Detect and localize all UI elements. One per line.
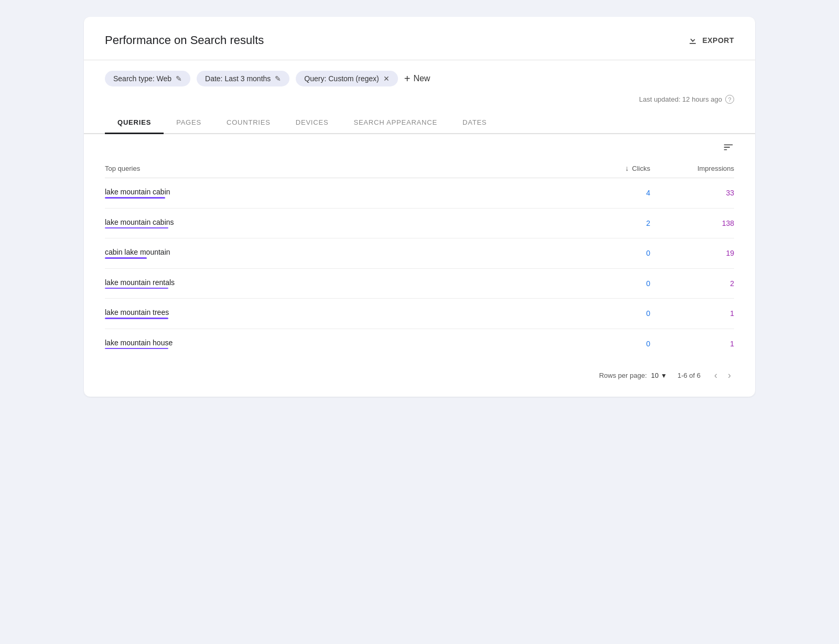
impressions-cell: 19 <box>650 249 734 257</box>
tab-dates[interactable]: DATES <box>450 112 499 134</box>
impressions-cell: 1 <box>650 340 734 348</box>
impressions-cell: 33 <box>650 189 734 197</box>
clicks-cell: 0 <box>566 249 650 257</box>
last-updated: Last updated: 12 hours ago ? <box>105 91 734 112</box>
query-underline <box>105 197 165 199</box>
query-text: lake mountain house <box>105 339 173 350</box>
close-icon[interactable]: ✕ <box>383 74 390 83</box>
impressions-cell: 138 <box>650 219 734 227</box>
sort-down-arrow: ↓ <box>625 164 629 172</box>
query-text: cabin lake mountain <box>105 248 170 259</box>
next-page-button[interactable]: › <box>725 369 734 382</box>
page-nav: ‹ › <box>711 369 734 382</box>
col-query-header: Top queries <box>105 165 566 172</box>
filter-columns-icon <box>723 141 734 153</box>
plus-icon: + <box>404 73 411 85</box>
clicks-cell: 2 <box>566 219 650 227</box>
table-row[interactable]: cabin lake mountain 0 19 <box>105 238 734 269</box>
page-title: Performance on Search results <box>105 34 264 47</box>
chevron-down-icon: ▼ <box>661 372 667 379</box>
download-icon <box>687 35 698 46</box>
rows-per-page: Rows per page: 10 ▼ <box>599 372 666 379</box>
query-text: lake mountain trees <box>105 308 169 319</box>
table-row[interactable]: lake mountain house 0 1 <box>105 329 734 359</box>
search-type-filter[interactable]: Search type: Web ✎ <box>105 71 190 86</box>
query-underline <box>105 257 147 259</box>
rows-per-page-select[interactable]: 10 ▼ <box>651 372 667 379</box>
column-filter-button[interactable] <box>723 141 734 156</box>
clicks-cell: 0 <box>566 309 650 318</box>
query-cell: cabin lake mountain <box>105 248 566 259</box>
tab-pages[interactable]: PAGES <box>164 112 214 134</box>
tab-queries[interactable]: QUERIES <box>105 112 164 134</box>
impressions-cell: 1 <box>650 309 734 318</box>
prev-page-button[interactable]: ‹ <box>711 369 720 382</box>
page-info: 1-6 of 6 <box>677 372 701 379</box>
pagination-row: Rows per page: 10 ▼ 1-6 of 6 ‹ › <box>105 358 734 384</box>
info-icon[interactable]: ? <box>725 95 734 104</box>
clicks-cell: 0 <box>566 279 650 288</box>
query-cell: lake mountain trees <box>105 308 566 319</box>
query-underline <box>105 348 168 350</box>
query-cell: lake mountain cabins <box>105 218 566 229</box>
query-text: lake mountain cabin <box>105 188 170 199</box>
filter-icon-row <box>105 134 734 159</box>
col-clicks-header[interactable]: ↓ Clicks <box>566 164 650 172</box>
filters-row: Search type: Web ✎ Date: Last 3 months ✎… <box>105 60 734 91</box>
query-underline <box>105 318 168 319</box>
table-row[interactable]: lake mountain cabin 4 33 <box>105 178 734 209</box>
clicks-cell: 0 <box>566 340 650 348</box>
query-underline <box>105 227 168 229</box>
tab-devices[interactable]: DEVICES <box>283 112 341 134</box>
table-body: lake mountain cabin 4 33 lake mountain c… <box>105 178 734 358</box>
query-text: lake mountain rentals <box>105 278 175 289</box>
clicks-cell: 4 <box>566 189 650 197</box>
query-cell: lake mountain rentals <box>105 278 566 289</box>
query-cell: lake mountain house <box>105 339 566 350</box>
query-text: lake mountain cabins <box>105 218 174 229</box>
tabs-row: QUERIES PAGES COUNTRIES DEVICES SEARCH A… <box>84 112 755 134</box>
date-filter[interactable]: Date: Last 3 months ✎ <box>197 71 289 86</box>
table-row[interactable]: lake mountain cabins 2 138 <box>105 209 734 239</box>
table-row[interactable]: lake mountain rentals 0 2 <box>105 269 734 299</box>
pencil-icon: ✎ <box>275 74 281 83</box>
query-cell: lake mountain cabin <box>105 188 566 199</box>
table-row[interactable]: lake mountain trees 0 1 <box>105 299 734 329</box>
export-button[interactable]: EXPORT <box>687 35 734 46</box>
pencil-icon: ✎ <box>176 74 182 83</box>
table-header: Top queries ↓ Clicks Impressions <box>105 159 734 178</box>
query-underline <box>105 288 168 289</box>
tab-search-appearance[interactable]: SEARCH APPEARANCE <box>341 112 450 134</box>
query-filter[interactable]: Query: Custom (regex) ✕ <box>296 71 397 86</box>
new-filter-button[interactable]: + New <box>404 73 431 85</box>
col-impressions-header: Impressions <box>650 165 734 172</box>
impressions-cell: 2 <box>650 279 734 288</box>
tab-countries[interactable]: COUNTRIES <box>214 112 283 134</box>
